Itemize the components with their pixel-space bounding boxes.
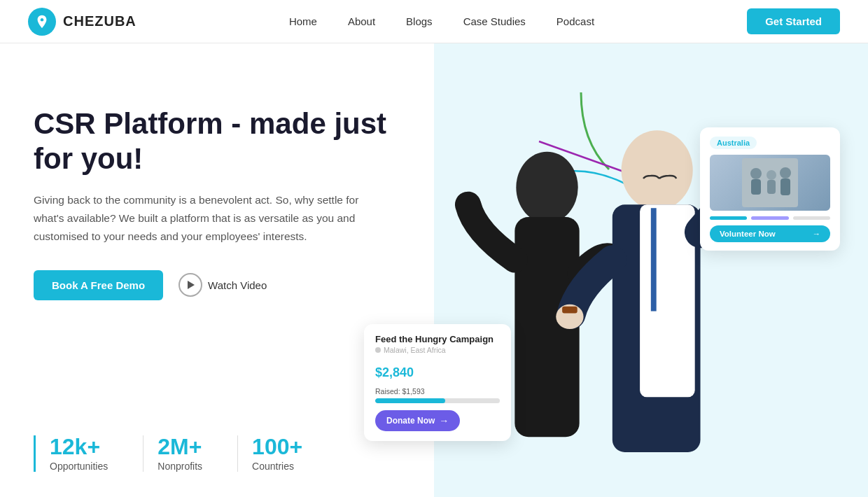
book-demo-button[interactable]: Book A Free Demo [34, 270, 163, 300]
stat-label-nonprofits: Nonprofits [158, 461, 202, 472]
hero-text-area: CSR Platform - made just for you! Giving… [34, 106, 398, 300]
nav-item-blogs[interactable]: Blogs [406, 15, 433, 28]
card-feed-title: Feed the Hungry Campaign [375, 334, 500, 344]
progress-bar-cyan [710, 216, 747, 220]
progress-bar-empty [793, 216, 830, 220]
volunteer-now-button[interactable]: Volunteer Now → [710, 225, 830, 242]
stats-row: 12k+ Opportunities 2M+ Nonprofits 100+ C… [34, 435, 330, 472]
stat-nonprofits: 2M+ Nonprofits [143, 435, 230, 472]
nav-links: Home About Blogs Case Studies Podcast [289, 15, 594, 28]
svg-point-11 [750, 168, 762, 179]
svg-point-13 [766, 170, 776, 180]
location-dot-icon [375, 347, 381, 353]
svg-point-2 [622, 130, 693, 210]
feed-hungry-card: Feed the Hungry Campaign Malawi, East Af… [364, 324, 511, 441]
svg-point-0 [516, 152, 578, 223]
hero-section: CSR Platform - made just for you! Giving… [0, 43, 868, 497]
progress-bar-background [375, 398, 500, 403]
svg-rect-8 [562, 307, 578, 314]
nav-item-case-studies[interactable]: Case Studies [463, 15, 526, 28]
logo-text: CHEZUBA [63, 13, 136, 29]
nav-item-home[interactable]: Home [289, 15, 317, 28]
navbar: CHEZUBA Home About Blogs Case Studies Po… [0, 0, 868, 43]
svg-rect-12 [751, 179, 761, 195]
progress-bar-fill [375, 398, 445, 403]
stat-label-opportunities: Opportunities [50, 461, 108, 472]
hero-description: Giving back to the community is a benevo… [34, 191, 370, 246]
get-started-button[interactable]: Get Started [747, 8, 840, 34]
svg-point-15 [780, 167, 791, 178]
nav-item-about[interactable]: About [348, 15, 375, 28]
volunteer-progress-bars [710, 216, 830, 220]
play-circle-icon [178, 273, 202, 297]
progress-bar-purple [751, 216, 788, 220]
volunteer-card: Australia Volunteer [700, 127, 840, 251]
raised-label: Raised: $1,593 [375, 387, 500, 396]
svg-rect-5 [651, 208, 657, 311]
logo-area: CHEZUBA [28, 8, 136, 36]
stat-opportunities: 12k+ Opportunities [34, 435, 136, 472]
logo-icon [28, 8, 56, 36]
stat-label-countries: Countries [252, 461, 302, 472]
dollar-sign: $ [375, 365, 382, 379]
volunteer-card-image [710, 155, 830, 211]
play-triangle-icon [188, 281, 195, 289]
stat-countries: 100+ Countries [237, 435, 330, 472]
stat-number-nonprofits: 2M+ [158, 435, 202, 458]
donate-arrow-icon: → [439, 415, 449, 426]
stat-number-countries: 100+ [252, 435, 302, 458]
donate-now-button[interactable]: Donate Now → [375, 410, 460, 431]
watch-video-button[interactable]: Watch Video [178, 273, 267, 297]
card-feed-location: Malawi, East Africa [375, 346, 500, 354]
volunteer-country-badge: Australia [710, 136, 757, 149]
stat-number-opportunities: 12k+ [50, 435, 108, 458]
card-feed-amount: $2,840 [375, 360, 500, 382]
hero-title: CSR Platform - made just for you! [34, 106, 398, 177]
hero-buttons: Book A Free Demo Watch Video [34, 270, 398, 300]
svg-rect-16 [780, 178, 790, 195]
volunteer-arrow-icon: → [813, 230, 821, 238]
nav-item-podcast[interactable]: Podcast [556, 15, 594, 28]
svg-rect-14 [767, 180, 776, 194]
